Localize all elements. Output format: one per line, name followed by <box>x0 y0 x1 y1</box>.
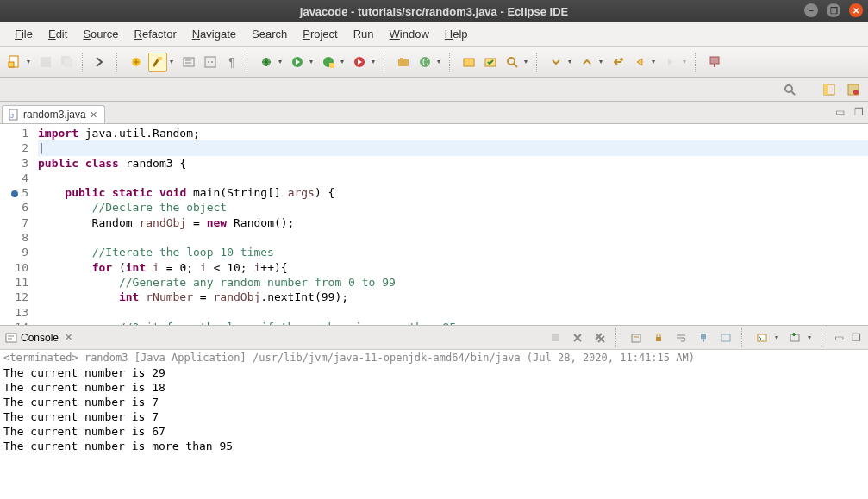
run-button[interactable] <box>288 53 307 72</box>
previous-annotation-button[interactable] <box>578 53 596 72</box>
toggle-word-wrap-button[interactable] <box>179 53 198 72</box>
window-close-button[interactable]: ✕ <box>849 3 863 17</box>
code-line[interactable]: import java.util.Random; <box>38 126 868 140</box>
console-line: The current number is 18 <box>3 380 865 395</box>
svg-point-34 <box>853 90 859 95</box>
dropdown-arrow-icon[interactable]: ▾ <box>524 53 531 72</box>
menu-run[interactable]: Run <box>346 25 382 43</box>
dropdown-arrow-icon[interactable]: ▾ <box>437 53 444 72</box>
minimize-console-icon[interactable]: ▭ <box>832 328 846 347</box>
code-line[interactable] <box>38 171 868 185</box>
menu-search[interactable]: Search <box>244 25 295 43</box>
forward-button[interactable] <box>661 53 680 72</box>
show-whitespace-button[interactable] <box>201 53 220 72</box>
open-console-button[interactable] <box>752 328 771 347</box>
svg-rect-27 <box>710 57 719 64</box>
svg-point-29 <box>785 85 792 92</box>
code-line[interactable]: public class random3 { <box>38 156 868 171</box>
dropdown-arrow-icon[interactable]: ▾ <box>683 53 690 72</box>
dropdown-arrow-icon[interactable]: ▾ <box>309 53 316 72</box>
open-type-button[interactable] <box>459 53 478 72</box>
dropdown-arrow-icon[interactable]: ▾ <box>372 53 378 72</box>
dropdown-arrow-icon[interactable]: ▾ <box>599 53 606 72</box>
terminate-button[interactable] <box>546 328 565 347</box>
new-console-view-button[interactable] <box>785 328 804 347</box>
dropdown-arrow-icon[interactable]: ▾ <box>808 328 815 347</box>
code-line[interactable]: //Generate any random number from 0 to 9… <box>38 275 868 290</box>
quick-access-icon[interactable] <box>780 80 799 99</box>
new-button[interactable] <box>5 53 24 72</box>
search-button[interactable] <box>503 53 521 72</box>
menu-help[interactable]: Help <box>437 25 476 43</box>
console-terminated-line: <terminated> random3 [Java Application] … <box>3 351 865 365</box>
pilcrow-button[interactable]: ¶ <box>222 53 241 72</box>
code-line[interactable]: | <box>38 140 868 155</box>
scroll-lock-button[interactable] <box>649 328 668 347</box>
dropdown-arrow-icon[interactable]: ▾ <box>568 53 575 72</box>
code-editor[interactable]: 1 2 3 45 6 7 8 91011121314 import java.u… <box>0 124 868 326</box>
maximize-console-icon[interactable]: ❐ <box>849 328 863 347</box>
back-button[interactable] <box>630 53 649 72</box>
java-perspective-button[interactable] <box>844 80 863 99</box>
toggle-block-selection-button[interactable] <box>148 53 167 72</box>
menu-file[interactable]: File <box>7 25 41 43</box>
code-line[interactable]: for (int i = 0; i < 10; i++){ <box>38 260 868 275</box>
pin-console-button[interactable] <box>694 328 713 347</box>
open-perspective-button[interactable] <box>820 80 839 99</box>
new-java-package-button[interactable] <box>394 53 413 72</box>
debug-button[interactable] <box>257 53 276 72</box>
code-line[interactable] <box>38 305 868 320</box>
menu-refactor[interactable]: Refactor <box>127 25 184 43</box>
code-line[interactable]: int rNumber = randObj.nextInt(99); <box>38 290 868 304</box>
code-line[interactable] <box>38 230 868 245</box>
code-line[interactable]: //Iterate the loop 10 times <box>38 245 868 259</box>
dropdown-arrow-icon[interactable]: ▾ <box>775 328 782 347</box>
svg-rect-4 <box>64 59 72 67</box>
coverage-button[interactable] <box>319 53 338 72</box>
svg-text:C: C <box>422 58 428 67</box>
window-minimize-button[interactable]: – <box>804 3 818 17</box>
pin-editor-button[interactable] <box>705 53 724 72</box>
svg-point-24 <box>508 58 515 65</box>
remove-all-terminated-button[interactable] <box>590 328 609 347</box>
tab-close-icon[interactable]: ✕ <box>90 109 97 121</box>
last-edit-location-button[interactable] <box>609 53 628 72</box>
toggle-breadcrumb-button[interactable] <box>92 53 111 72</box>
window-maximize-button[interactable]: ❐ <box>827 3 840 17</box>
external-tools-button[interactable] <box>350 53 369 72</box>
word-wrap-console-button[interactable] <box>671 328 690 347</box>
svg-line-25 <box>514 64 517 67</box>
menu-project[interactable]: Project <box>295 25 345 43</box>
minimize-view-icon[interactable]: ▭ <box>833 105 846 119</box>
menu-source[interactable]: Source <box>75 25 126 43</box>
code-line[interactable]: //Declare the object <box>38 200 868 215</box>
remove-launch-button[interactable] <box>568 328 587 347</box>
dropdown-arrow-icon[interactable]: ▾ <box>340 53 347 72</box>
code-area[interactable]: import java.util.Random;|public class ra… <box>34 124 868 325</box>
toggle-mark-occurrences-button[interactable] <box>127 53 146 72</box>
code-line[interactable]: Random randObj = new Random(); <box>38 215 868 230</box>
next-annotation-button[interactable] <box>546 53 565 72</box>
code-line[interactable]: public static void main(String[] args) { <box>38 185 868 200</box>
tab-close-icon[interactable]: ✕ <box>65 332 72 343</box>
menu-window[interactable]: Window <box>382 25 437 43</box>
console-output[interactable]: <terminated> random3 [Java Application] … <box>0 350 868 499</box>
perspective-bar <box>0 78 868 102</box>
save-all-button[interactable] <box>58 53 77 72</box>
dropdown-arrow-icon[interactable]: ▾ <box>27 53 34 72</box>
open-task-button[interactable] <box>481 53 500 72</box>
display-selected-console-button[interactable] <box>716 328 735 347</box>
console-icon <box>5 332 17 344</box>
dropdown-arrow-icon[interactable]: ▾ <box>278 53 285 72</box>
menu-navigate[interactable]: Navigate <box>184 25 244 43</box>
new-java-class-button[interactable]: C <box>415 53 434 72</box>
editor-tab[interactable]: J random3.java ✕ <box>2 105 105 123</box>
clear-console-button[interactable] <box>627 328 646 347</box>
save-button[interactable] <box>36 53 55 72</box>
maximize-view-icon[interactable]: ❐ <box>852 105 865 119</box>
code-line[interactable]: //Quit from the loop if the number is mo… <box>38 320 868 326</box>
dropdown-arrow-icon[interactable]: ▾ <box>652 53 659 72</box>
separator-icon <box>695 53 700 72</box>
menu-edit[interactable]: Edit <box>41 25 75 43</box>
dropdown-arrow-icon[interactable]: ▾ <box>170 53 177 72</box>
